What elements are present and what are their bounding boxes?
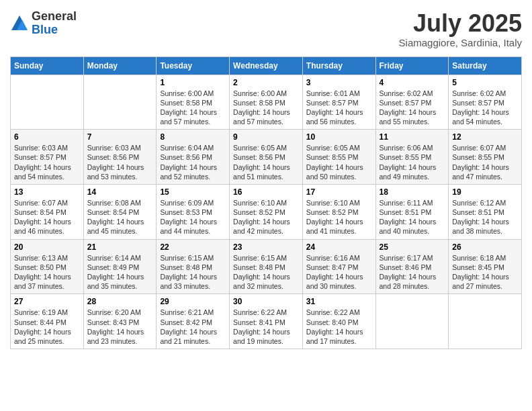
day-info: Sunrise: 6:06 AMSunset: 8:55 PMDaylight:… [380, 143, 445, 181]
calendar-cell: 4Sunrise: 6:02 AMSunset: 8:57 PMDaylight… [375, 75, 449, 130]
calendar-cell: 30Sunrise: 6:22 AMSunset: 8:41 PMDayligh… [230, 294, 303, 349]
calendar-cell: 25Sunrise: 6:17 AMSunset: 8:46 PMDayligh… [375, 239, 449, 294]
calendar-cell: 12Sunrise: 6:07 AMSunset: 8:55 PMDayligh… [449, 130, 522, 185]
column-header-wednesday: Wednesday [230, 56, 303, 75]
day-info: Sunrise: 6:20 AMSunset: 8:43 PMDaylight:… [87, 308, 153, 346]
day-number: 21 [87, 242, 153, 252]
calendar-cell: 1Sunrise: 6:00 AMSunset: 8:58 PMDaylight… [157, 75, 230, 130]
logo: General Blue [10, 10, 77, 37]
calendar-cell: 11Sunrise: 6:06 AMSunset: 8:55 PMDayligh… [375, 130, 449, 185]
calendar-week-row: 27Sunrise: 6:19 AMSunset: 8:44 PMDayligh… [11, 294, 522, 349]
calendar-cell: 20Sunrise: 6:13 AMSunset: 8:50 PMDayligh… [11, 239, 84, 294]
day-number: 29 [160, 297, 226, 306]
day-info: Sunrise: 6:00 AMSunset: 8:58 PMDaylight:… [160, 89, 226, 127]
day-info: Sunrise: 6:05 AMSunset: 8:56 PMDaylight:… [233, 143, 299, 181]
day-info: Sunrise: 6:08 AMSunset: 8:54 PMDaylight:… [87, 198, 153, 236]
day-number: 5 [452, 78, 518, 87]
day-info: Sunrise: 6:07 AMSunset: 8:54 PMDaylight:… [14, 198, 80, 236]
calendar-table: SundayMondayTuesdayWednesdayThursdayFrid… [10, 56, 522, 349]
logo-icon [10, 14, 29, 33]
logo-general: General [32, 10, 77, 24]
day-info: Sunrise: 6:14 AMSunset: 8:49 PMDaylight:… [87, 253, 153, 291]
column-header-tuesday: Tuesday [157, 56, 230, 75]
calendar-cell: 24Sunrise: 6:16 AMSunset: 8:47 PMDayligh… [302, 239, 375, 294]
logo-text: General Blue [32, 10, 77, 37]
page-header: General Blue July 2025 Siamaggiore, Sard… [10, 10, 522, 48]
calendar-cell: 8Sunrise: 6:04 AMSunset: 8:56 PMDaylight… [157, 130, 230, 185]
calendar-week-row: 20Sunrise: 6:13 AMSunset: 8:50 PMDayligh… [11, 239, 522, 294]
calendar-cell: 16Sunrise: 6:10 AMSunset: 8:52 PMDayligh… [230, 184, 303, 239]
calendar-cell [11, 75, 84, 130]
day-number: 18 [380, 187, 445, 197]
calendar-header-row: SundayMondayTuesdayWednesdayThursdayFrid… [11, 56, 522, 75]
day-info: Sunrise: 6:11 AMSunset: 8:51 PMDaylight:… [380, 198, 445, 236]
day-info: Sunrise: 6:05 AMSunset: 8:55 PMDaylight:… [306, 143, 372, 181]
day-number: 26 [452, 242, 518, 252]
day-number: 7 [87, 132, 153, 142]
day-info: Sunrise: 6:18 AMSunset: 8:45 PMDaylight:… [452, 253, 518, 291]
column-header-sunday: Sunday [11, 56, 84, 75]
day-number: 10 [306, 132, 372, 142]
day-info: Sunrise: 6:22 AMSunset: 8:41 PMDaylight:… [233, 308, 299, 346]
day-number: 24 [306, 242, 372, 252]
calendar-week-row: 1Sunrise: 6:00 AMSunset: 8:58 PMDaylight… [11, 75, 522, 130]
day-info: Sunrise: 6:10 AMSunset: 8:52 PMDaylight:… [233, 198, 299, 236]
calendar-cell: 6Sunrise: 6:03 AMSunset: 8:57 PMDaylight… [11, 130, 84, 185]
day-info: Sunrise: 6:09 AMSunset: 8:53 PMDaylight:… [160, 198, 226, 236]
logo-blue: Blue [32, 24, 77, 37]
day-number: 11 [380, 132, 445, 142]
day-number: 6 [14, 132, 80, 142]
day-info: Sunrise: 6:07 AMSunset: 8:55 PMDaylight:… [452, 143, 518, 181]
calendar-cell: 26Sunrise: 6:18 AMSunset: 8:45 PMDayligh… [449, 239, 522, 294]
calendar-cell: 21Sunrise: 6:14 AMSunset: 8:49 PMDayligh… [83, 239, 157, 294]
day-number: 8 [160, 132, 226, 142]
day-info: Sunrise: 6:02 AMSunset: 8:57 PMDaylight:… [452, 89, 518, 127]
day-info: Sunrise: 6:16 AMSunset: 8:47 PMDaylight:… [306, 253, 372, 291]
day-info: Sunrise: 6:13 AMSunset: 8:50 PMDaylight:… [14, 253, 80, 291]
day-info: Sunrise: 6:10 AMSunset: 8:52 PMDaylight:… [306, 198, 372, 236]
calendar-cell: 19Sunrise: 6:12 AMSunset: 8:51 PMDayligh… [449, 184, 522, 239]
day-number: 31 [306, 297, 372, 306]
day-info: Sunrise: 6:12 AMSunset: 8:51 PMDaylight:… [452, 198, 518, 236]
day-info: Sunrise: 6:21 AMSunset: 8:42 PMDaylight:… [160, 308, 226, 346]
day-number: 4 [380, 78, 445, 87]
calendar-cell: 17Sunrise: 6:10 AMSunset: 8:52 PMDayligh… [302, 184, 375, 239]
day-number: 3 [306, 78, 372, 87]
calendar-cell: 28Sunrise: 6:20 AMSunset: 8:43 PMDayligh… [83, 294, 157, 349]
calendar-cell: 14Sunrise: 6:08 AMSunset: 8:54 PMDayligh… [83, 184, 157, 239]
day-info: Sunrise: 6:03 AMSunset: 8:57 PMDaylight:… [14, 143, 80, 181]
day-number: 27 [14, 297, 80, 306]
day-number: 14 [87, 187, 153, 197]
column-header-thursday: Thursday [302, 56, 375, 75]
day-info: Sunrise: 6:00 AMSunset: 8:58 PMDaylight:… [233, 89, 299, 127]
calendar-cell [375, 294, 449, 349]
day-number: 9 [233, 132, 299, 142]
day-number: 28 [87, 297, 153, 306]
calendar-cell: 23Sunrise: 6:15 AMSunset: 8:48 PMDayligh… [230, 239, 303, 294]
calendar-cell: 7Sunrise: 6:03 AMSunset: 8:56 PMDaylight… [83, 130, 157, 185]
calendar-cell: 13Sunrise: 6:07 AMSunset: 8:54 PMDayligh… [11, 184, 84, 239]
month-title: July 2025 [399, 10, 522, 37]
column-header-monday: Monday [83, 56, 157, 75]
calendar-cell: 3Sunrise: 6:01 AMSunset: 8:57 PMDaylight… [302, 75, 375, 130]
day-number: 22 [160, 242, 226, 252]
day-number: 17 [306, 187, 372, 197]
day-number: 12 [452, 132, 518, 142]
day-number: 1 [160, 78, 226, 87]
calendar-cell: 18Sunrise: 6:11 AMSunset: 8:51 PMDayligh… [375, 184, 449, 239]
column-header-saturday: Saturday [449, 56, 522, 75]
day-number: 15 [160, 187, 226, 197]
calendar-cell [449, 294, 522, 349]
day-number: 2 [233, 78, 299, 87]
day-info: Sunrise: 6:01 AMSunset: 8:57 PMDaylight:… [306, 89, 372, 127]
calendar-cell: 5Sunrise: 6:02 AMSunset: 8:57 PMDaylight… [449, 75, 522, 130]
calendar-cell: 2Sunrise: 6:00 AMSunset: 8:58 PMDaylight… [230, 75, 303, 130]
day-number: 25 [380, 242, 445, 252]
day-info: Sunrise: 6:22 AMSunset: 8:40 PMDaylight:… [306, 308, 372, 346]
day-info: Sunrise: 6:15 AMSunset: 8:48 PMDaylight:… [160, 253, 226, 291]
calendar-cell: 29Sunrise: 6:21 AMSunset: 8:42 PMDayligh… [157, 294, 230, 349]
day-info: Sunrise: 6:03 AMSunset: 8:56 PMDaylight:… [87, 143, 153, 181]
day-number: 16 [233, 187, 299, 197]
calendar-cell: 10Sunrise: 6:05 AMSunset: 8:55 PMDayligh… [302, 130, 375, 185]
day-number: 20 [14, 242, 80, 252]
